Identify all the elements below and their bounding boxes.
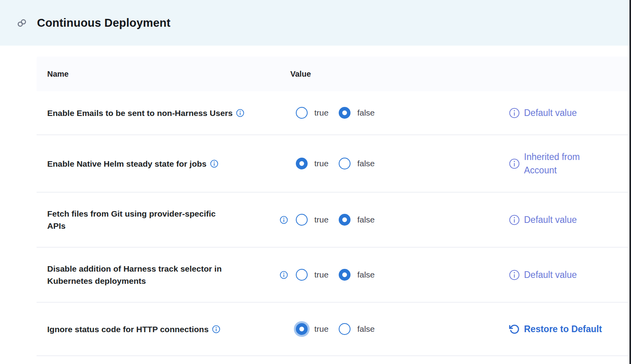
setting-value-cell: truefalse	[290, 214, 506, 226]
radio-true[interactable]	[296, 269, 308, 281]
status-info-icon	[509, 215, 520, 225]
info-icon[interactable]	[280, 271, 288, 279]
status-info-icon	[509, 270, 520, 280]
radio-option-true[interactable]: true	[296, 158, 328, 169]
setting-name-cell: Fetch files from Git using provider-spec…	[37, 208, 290, 232]
radio-label-false: false	[357, 323, 375, 335]
page-title: Continuous Deployment	[37, 17, 170, 29]
radio-group: truefalse	[296, 107, 385, 119]
link-icon[interactable]	[17, 18, 27, 28]
radio-option-true[interactable]: true	[296, 323, 328, 335]
radio-label-true: true	[314, 269, 328, 281]
radio-label-false: false	[357, 269, 375, 281]
status-label: Inherited from Account	[524, 150, 580, 177]
status-label: Default value	[524, 106, 577, 119]
table-header-row: Name Value	[37, 57, 628, 91]
setting-name: Ignore status code for HTTP connections	[47, 323, 208, 335]
radio-group: truefalse	[296, 323, 385, 335]
radio-false[interactable]	[339, 323, 351, 335]
setting-name: Enable Emails to be sent to non-Harness …	[47, 107, 232, 119]
radio-false[interactable]	[339, 158, 351, 169]
table-body: Enable Emails to be sent to non-Harness …	[37, 91, 628, 356]
radio-true[interactable]	[296, 158, 308, 169]
radio-label-true: true	[314, 107, 328, 119]
setting-row: Enable Native Helm steady state for jobs…	[37, 135, 628, 193]
setting-value-cell: truefalse	[290, 323, 506, 335]
status-info-icon	[509, 108, 520, 118]
radio-option-true[interactable]: true	[296, 214, 328, 226]
screen-edge	[629, 0, 631, 364]
setting-value-cell: truefalse	[290, 269, 506, 281]
column-header-name: Name	[37, 70, 290, 79]
info-icon[interactable]	[280, 216, 288, 224]
setting-row: Enable Emails to be sent to non-Harness …	[37, 91, 628, 135]
status-label: Default value	[524, 213, 577, 226]
radio-option-false[interactable]: false	[339, 107, 375, 119]
status-cell: Default value	[506, 106, 628, 119]
radio-option-true[interactable]: true	[296, 107, 328, 119]
radio-option-false[interactable]: false	[339, 158, 375, 169]
radio-false[interactable]	[339, 214, 351, 226]
setting-row: Ignore status code for HTTP connections …	[37, 303, 628, 356]
radio-label-true: true	[314, 214, 328, 226]
radio-option-false[interactable]: false	[339, 269, 375, 281]
restore-icon	[509, 324, 520, 335]
section-header: Continuous Deployment	[0, 0, 631, 46]
radio-label-true: true	[314, 158, 328, 169]
setting-value-cell: truefalse	[290, 107, 506, 119]
radio-true[interactable]	[296, 107, 308, 119]
radio-label-false: false	[357, 214, 375, 226]
settings-table: Name Value Enable Emails to be sent to n…	[37, 57, 628, 356]
info-icon[interactable]	[236, 109, 244, 117]
radio-group: truefalse	[296, 269, 385, 281]
radio-group: truefalse	[296, 214, 385, 226]
restore-to-default-button[interactable]: Restore to Default	[506, 322, 628, 336]
setting-name: Enable Native Helm steady state for jobs	[47, 158, 207, 170]
radio-label-true: true	[314, 323, 328, 335]
status-label: Default value	[524, 268, 577, 281]
status-cell: Default value	[506, 213, 628, 226]
status-label: Restore to Default	[524, 322, 602, 336]
status-cell: Inherited from Account	[506, 150, 628, 177]
setting-name-cell: Ignore status code for HTTP connections	[37, 323, 290, 335]
setting-row: Disable addition of Harness track select…	[37, 248, 628, 303]
radio-label-false: false	[357, 158, 375, 169]
setting-name-cell: Enable Native Helm steady state for jobs	[37, 158, 290, 170]
setting-name-cell: Disable addition of Harness track select…	[37, 263, 290, 287]
radio-group: truefalse	[296, 158, 385, 169]
radio-label-false: false	[357, 107, 375, 119]
setting-name: Disable addition of Harness track select…	[47, 263, 276, 287]
info-icon[interactable]	[210, 160, 218, 168]
radio-option-true[interactable]: true	[296, 269, 328, 281]
radio-false[interactable]	[339, 269, 351, 281]
radio-true[interactable]	[296, 214, 308, 226]
radio-false[interactable]	[339, 107, 351, 119]
setting-name: Fetch files from Git using provider-spec…	[47, 208, 276, 232]
info-icon[interactable]	[212, 325, 220, 333]
status-info-icon	[509, 158, 520, 169]
status-cell: Default value	[506, 268, 628, 281]
setting-value-cell: truefalse	[290, 158, 506, 169]
radio-option-false[interactable]: false	[339, 214, 375, 226]
radio-true[interactable]	[296, 323, 308, 335]
setting-row: Fetch files from Git using provider-spec…	[37, 193, 628, 248]
setting-name-cell: Enable Emails to be sent to non-Harness …	[37, 107, 290, 119]
column-header-value: Value	[290, 70, 311, 79]
radio-option-false[interactable]: false	[339, 323, 375, 335]
